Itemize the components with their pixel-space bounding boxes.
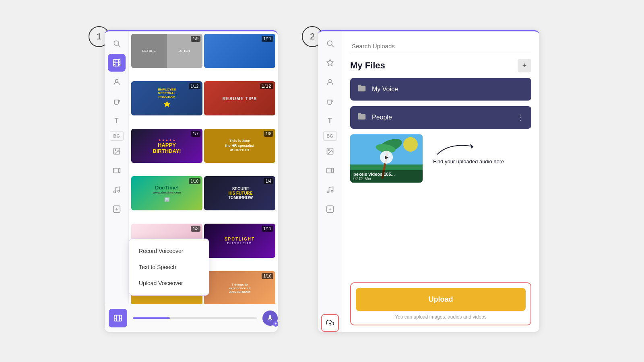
thumb-badge-8: 1/4 <box>264 178 273 184</box>
sidebar-music-icon[interactable] <box>108 181 126 199</box>
thumb-badge-12: 1/10 <box>262 273 273 279</box>
sidebar2-text-icon[interactable]: T <box>321 112 339 130</box>
people-folder-menu-icon[interactable]: ⋮ <box>517 113 524 122</box>
folder-icon-people <box>357 112 366 123</box>
sidebar-image-icon[interactable] <box>108 142 126 160</box>
mic-plus-icon: + <box>273 321 278 327</box>
thumb-badge-10: 1/11 <box>262 226 273 232</box>
my-voice-label: My Voice <box>372 86 398 93</box>
upload-section: Upload You can upload images, audios and… <box>350 282 531 325</box>
sidebar2-music-icon[interactable] <box>321 181 339 199</box>
sidebar2-coffee-icon[interactable] <box>321 93 339 110</box>
video-overlay: pexels videos 185... 02:02 Min <box>350 170 423 183</box>
svg-point-10 <box>115 79 118 82</box>
sidebar2-bg-icon[interactable]: BG <box>323 131 337 141</box>
sidebar2-star-icon[interactable] <box>321 54 339 72</box>
sidebar-text-icon[interactable]: T <box>108 112 126 130</box>
thumb-badge-7: 1/10 <box>189 178 200 184</box>
svg-marker-49 <box>470 144 473 149</box>
thumbnail-2[interactable]: 1/11 <box>204 34 275 68</box>
thumbnail-10[interactable]: SPOTLIGHTBUCKLEUM 1/11 <box>204 224 275 258</box>
video-title: pexels videos 185... <box>353 172 419 177</box>
mic-button[interactable]: + <box>262 311 278 326</box>
thumb-badge-9: 1/3 <box>191 226 200 232</box>
text-to-speech-item[interactable]: Text to Speech <box>129 259 209 275</box>
sidebar-person-icon[interactable] <box>108 73 126 91</box>
people-folder-left: People <box>357 112 392 123</box>
play-button[interactable]: ▶ <box>380 151 393 164</box>
search-uploads-input[interactable] <box>350 39 531 53</box>
panel-1: T BG <box>105 30 278 332</box>
thumbnail-5[interactable]: ▲▲▲▲▲ HAPPY BIRTHDAY! 1/7 <box>131 129 202 163</box>
svg-point-32 <box>328 79 331 82</box>
thumbnail-6[interactable]: This is Janethe HR specialistat CRYPTO 1… <box>204 129 275 163</box>
video-row: pexels videos 185... 02:02 Min ▶ Find yo… <box>350 134 531 183</box>
thumbnail-12[interactable]: 7 things to experience as AMSTERDAM 1/10 <box>204 271 275 305</box>
thumb-badge-6: 1/8 <box>264 131 273 137</box>
svg-point-29 <box>327 41 332 45</box>
my-voice-folder[interactable]: My Voice <box>350 78 531 101</box>
uploads-panel: My Files + My Voice Peopl <box>342 31 539 332</box>
svg-point-37 <box>327 191 329 193</box>
thumb-badge-3: 1/12 <box>189 83 200 89</box>
sidebar-2: T BG <box>318 31 342 332</box>
panel-2: T BG <box>318 30 539 332</box>
svg-point-34 <box>328 150 329 151</box>
thumbnail-7[interactable]: DocTime! www.doctime.com 🏢 1/10 <box>131 176 202 210</box>
svg-rect-13 <box>113 168 118 173</box>
thumbnail-1[interactable]: BEFORE AFTER 1/9 <box>131 34 202 68</box>
thumbnail-8[interactable]: SECURE HIS FUTURE TOMORROW 1/4 <box>204 176 275 210</box>
sidebar2-upload-icon[interactable] <box>321 314 339 332</box>
my-files-title: My Files <box>350 60 385 71</box>
thumbnail-3[interactable]: EMPLOYEE REFERRAL PROGRAM 1/12 <box>131 81 202 115</box>
sidebar2-search-icon[interactable] <box>321 35 339 52</box>
video-duration: 02:02 Min <box>353 177 419 181</box>
record-voiceover-item[interactable]: Record Voiceover <box>129 243 209 259</box>
upload-button[interactable]: Upload <box>356 288 526 311</box>
svg-rect-35 <box>326 168 332 173</box>
sidebar-bg-icon[interactable]: BG <box>110 131 124 141</box>
people-folder[interactable]: People ⋮ <box>350 106 531 129</box>
thumb-badge-4: 1/12 <box>260 83 273 89</box>
svg-point-38 <box>331 190 333 192</box>
sidebar-film-icon[interactable] <box>108 54 126 72</box>
folder-icon-my-voice <box>357 84 366 95</box>
svg-point-16 <box>118 190 120 192</box>
svg-line-1 <box>118 45 120 47</box>
sidebar2-person-icon[interactable] <box>321 73 339 91</box>
action-bar: + <box>105 304 278 332</box>
svg-line-30 <box>331 45 333 47</box>
sidebar-video-icon[interactable] <box>108 162 126 179</box>
sidebar2-plus-icon[interactable] <box>321 200 339 218</box>
svg-point-45 <box>403 137 418 152</box>
add-file-button[interactable]: + <box>518 59 531 72</box>
svg-point-0 <box>114 41 119 45</box>
sidebar2-image-icon[interactable] <box>321 142 339 160</box>
upload-hint: You can upload images, audios and videos <box>356 314 526 320</box>
thumb-badge-5: 1/7 <box>191 131 200 137</box>
annotation-text: Find your uploaded audio here <box>433 158 504 165</box>
thumb-badge-1: 1/9 <box>191 36 200 42</box>
my-files-header: My Files + <box>350 59 531 72</box>
voiceover-popup: Record Voiceover Text to Speech Upload V… <box>129 239 209 296</box>
sidebar-search-icon[interactable] <box>108 35 126 52</box>
film-button[interactable] <box>109 309 127 327</box>
svg-marker-31 <box>326 60 333 66</box>
thumbnail-4[interactable]: RESUME TIPS 1/12 <box>204 81 275 115</box>
sidebar-1: T BG <box>105 31 129 332</box>
upload-voiceover-item[interactable]: Upload Voiceover <box>129 275 209 291</box>
svg-point-12 <box>115 150 116 151</box>
people-label: People <box>372 114 392 121</box>
thumb-badge-2: 1/11 <box>262 36 273 42</box>
annotation-arrow <box>433 138 481 158</box>
sidebar2-video-icon[interactable] <box>321 162 339 179</box>
sidebar-coffee-icon[interactable] <box>108 93 126 110</box>
video-card[interactable]: pexels videos 185... 02:02 Min ▶ <box>350 134 423 183</box>
sidebar-plus-icon[interactable] <box>108 200 126 218</box>
svg-point-15 <box>114 191 116 193</box>
svg-marker-21 <box>163 101 170 107</box>
